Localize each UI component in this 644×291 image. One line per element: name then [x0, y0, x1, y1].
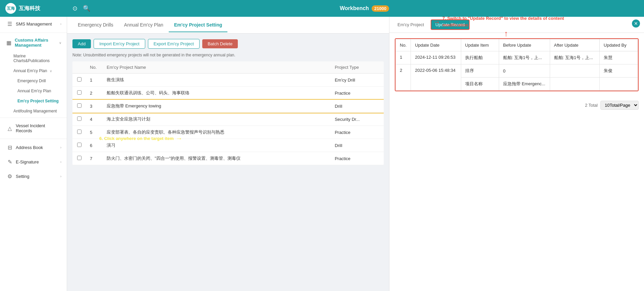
- batch-delete-button[interactable]: Batch Delete: [202, 39, 238, 48]
- update-row-item: 排序: [461, 64, 499, 78]
- update-row-date: 2024-12-11 09:26:53: [411, 51, 461, 64]
- update-row-after: [550, 64, 599, 78]
- sidebar-item-vessel[interactable]: △ Vessel Incident Records: [0, 119, 67, 137]
- row-type: Practice: [331, 87, 384, 100]
- update-row-item: 执行船舶: [461, 51, 499, 64]
- sidebar-emergency-drill-label: Emergency Drill: [17, 79, 46, 83]
- sidebar-item-address[interactable]: ⊟ Address Book ›: [0, 140, 67, 155]
- pagination-per-page[interactable]: 10Total/Page 20Total/Page 50Total/Page: [600, 101, 639, 110]
- update-col-date: Update Date: [411, 39, 461, 51]
- sidebar-emcy-project-label: Em'cy Project Setting: [17, 99, 59, 103]
- col-no: No.: [86, 61, 103, 74]
- add-button[interactable]: Add: [72, 39, 91, 48]
- sidebar-item-marine[interactable]: Marine Charts&Publications: [0, 51, 67, 66]
- update-table: No. Update Date Update Item Before Updat…: [395, 39, 638, 91]
- setting-arrow-icon: ›: [60, 175, 61, 178]
- right-panel: Em'cy Project Update Record → 7. Switch …: [389, 17, 644, 291]
- row-name: 救生演练: [103, 74, 331, 87]
- action-bar: Add Import Em'cy Project Export Em'cy Pr…: [72, 39, 384, 49]
- table-row[interactable]: 2 船舶失联通讯训练、公司、码头、海事联络 Practice: [72, 87, 384, 100]
- update-table-wrapper: No. Update Date Update Item Before Updat…: [395, 38, 639, 91]
- table-row[interactable]: 6 演习 Drill: [72, 139, 384, 152]
- row-type: Practice: [331, 152, 384, 165]
- col-type: Project Type: [331, 61, 384, 74]
- table-row[interactable]: 4 海上安全应急演习计划 Security Dr...: [72, 113, 384, 126]
- row-checkbox[interactable]: [77, 130, 82, 134]
- sidebar-item-sms[interactable]: ☰ SMS Management ›: [0, 17, 67, 31]
- tab-emergency-drills[interactable]: Emergency Drills: [72, 18, 119, 32]
- content-area: Emergency Drills Annual Em'cy Plan Em'cy…: [67, 17, 644, 291]
- row-checkbox[interactable]: [77, 103, 82, 108]
- row-name: 应急拖带 Emergency towing: [103, 100, 331, 113]
- header-left-icons: ⊙ 🔍: [72, 5, 90, 12]
- data-table: No. Em'cy Project Name Project Type 1 救生…: [72, 61, 384, 165]
- update-row-item: 项目名称: [461, 78, 499, 91]
- sidebar-item-esignature[interactable]: ✎ E-Signature ›: [0, 155, 67, 169]
- tab-annual-plan[interactable]: Annual Em'cy Plan: [119, 18, 169, 32]
- sms-arrow-icon: ›: [60, 22, 61, 26]
- row-name: 海上安全应急演习计划: [103, 113, 331, 126]
- row-no: 2: [86, 87, 103, 100]
- col-checkbox: [72, 61, 86, 74]
- import-button[interactable]: Import Em'cy Project: [94, 39, 145, 49]
- customs-icon: ▦: [5, 40, 12, 46]
- sidebar-antifouling-label: Antifouling Management: [13, 109, 57, 113]
- row-checkbox[interactable]: [77, 143, 82, 147]
- table-row[interactable]: 1 救生演练 Em'cy Drill: [72, 74, 384, 87]
- esignature-icon: ✎: [6, 159, 13, 165]
- tab-emcy-project-setting[interactable]: Em'cy Project Setting: [169, 18, 227, 32]
- sidebar-vessel-label: Vessel Incident Records: [16, 123, 61, 133]
- header-center: Workbench 21000: [90, 5, 639, 12]
- sms-icon: ☰: [6, 21, 13, 27]
- row-type: Security Dr...: [331, 113, 384, 126]
- update-row-date: 2022-05-06 15:48:34: [411, 64, 461, 91]
- table-row-highlighted[interactable]: 3 应急拖带 Emergency towing Drill: [72, 100, 384, 113]
- sidebar-setting-label: Setting: [16, 174, 58, 179]
- right-panel-header: Em'cy Project Update Record → 7. Switch …: [389, 17, 644, 33]
- sidebar-marine-label: Marine Charts&Publications: [13, 54, 50, 63]
- annotation-container: → 7. Switch to "Update Record" to view t…: [433, 17, 570, 40]
- back-icon[interactable]: ⊙: [72, 5, 77, 12]
- setting-icon: ⚙: [6, 173, 13, 180]
- update-col-after: After Update: [550, 39, 599, 51]
- table-container: No. Em'cy Project Name Project Type 1 救生…: [72, 61, 384, 165]
- sidebar-item-emergency-drill[interactable]: Emergency Drill: [0, 76, 67, 86]
- sidebar-item-setting[interactable]: ⚙ Setting ›: [0, 169, 67, 184]
- table-row[interactable]: 7 防火门、水密门的关闭、"四合一"的使用、报警设置、测毒管、测毒仪 Pract…: [72, 152, 384, 165]
- sidebar-item-emcy-project-setting[interactable]: Em'cy Project Setting: [0, 96, 67, 106]
- row-name: 演习: [103, 139, 331, 152]
- row-checkbox[interactable]: [77, 77, 82, 82]
- update-col-item: Update Item: [461, 39, 499, 51]
- pagination-total: 2 Total: [585, 103, 598, 108]
- pagination-area: 2 Total 10Total/Page 20Total/Page 50Tota…: [389, 97, 644, 114]
- sidebar-item-antifouling[interactable]: Antifouling Management: [0, 106, 67, 116]
- export-button[interactable]: Export Em'cy Project: [148, 39, 200, 49]
- row-checkbox[interactable]: [77, 90, 82, 95]
- search-icon[interactable]: 🔍: [83, 5, 90, 12]
- table-content: Add Import Em'cy Project Export Em'cy Pr…: [67, 34, 389, 291]
- address-arrow-icon: ›: [60, 146, 61, 149]
- sidebar-esignature-label: E-Signature: [16, 159, 58, 164]
- panel-tab-emcy-project[interactable]: Em'cy Project: [393, 20, 428, 29]
- update-row-before: 应急拖带 Emergenc...: [499, 78, 550, 91]
- sidebar-item-annual-emcy-plan[interactable]: Annual Em'cy Plan: [0, 86, 67, 96]
- table-row[interactable]: 5 应变部署表、各自的应变责职、各种应急警报声号识别与熟悉 Practice: [72, 126, 384, 139]
- update-row-by: [599, 78, 638, 91]
- update-row-no: 2: [396, 64, 411, 91]
- top-header: 互海 互海科技 ⊙ 🔍 Workbench 21000: [0, 0, 644, 17]
- update-table-row[interactable]: 1 2024-12-11 09:26:53 执行船舶 船舶: 互海1号，上...…: [396, 51, 638, 64]
- logo-area: 互海 互海科技: [5, 3, 72, 14]
- customs-arrow-icon: ∨: [59, 41, 61, 45]
- workbench-label: Workbench: [340, 5, 369, 11]
- row-checkbox[interactable]: [77, 116, 82, 121]
- close-button[interactable]: ✕: [632, 19, 640, 28]
- sidebar-address-label: Address Book: [16, 145, 58, 150]
- sidebar-item-annual-plan[interactable]: Annual Em'cy Plan ∨: [0, 66, 67, 76]
- row-checkbox[interactable]: [77, 156, 82, 160]
- update-record-content: No. Update Date Update Item Before Updat…: [389, 33, 644, 97]
- sidebar-item-customs[interactable]: ▦ Customs AffairsManagement ∨: [0, 34, 67, 51]
- row-name: 船舶失联通讯训练、公司、码头、海事联络: [103, 87, 331, 100]
- logo-text: 互海科技: [19, 5, 40, 12]
- update-table-row[interactable]: 2 2022-05-06 15:48:34 排序 0 朱俊: [396, 64, 638, 78]
- update-row-no: 1: [396, 51, 411, 64]
